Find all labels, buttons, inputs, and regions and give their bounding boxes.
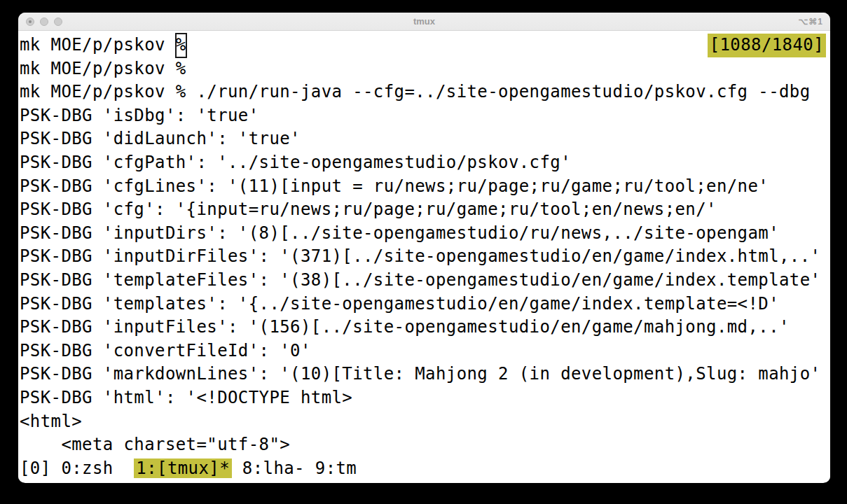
terminal-line: <meta charset="utf-8"> <box>20 433 830 457</box>
terminal-line: PSK-DBG 'templates': '{../site-opengames… <box>20 293 830 316</box>
window-titlebar[interactable]: tmux ⌥⌘1 <box>18 13 830 31</box>
terminal-line: PSK-DBG 'inputDirFiles': '(371)[../site-… <box>20 245 830 269</box>
close-dot-icon <box>29 20 32 23</box>
terminal-line: mk MOE/p/pskov % ./run/run-java --cfg=..… <box>20 80 830 104</box>
terminal-line: PSK-DBG 'convertFileId': '0' <box>20 340 830 363</box>
status-session-and-windows-left: [0] 0:zsh <box>20 458 134 478</box>
terminal-line: PSK-DBG 'markdownLines': '(10)[Title: Ma… <box>20 363 830 386</box>
minimize-button[interactable] <box>40 18 48 26</box>
terminal-line: PSK-DBG 'inputDirs': '(8)[../site-openga… <box>20 222 830 246</box>
copy-mode-position-indicator: [1088/1840] <box>708 34 826 57</box>
terminal-line: <html> <box>20 410 830 434</box>
window-title: tmux <box>18 16 830 27</box>
status-windows-right: 8:lha- 9:tm <box>232 458 357 478</box>
terminal-line: PSK-DBG 'cfg': '{input=ru/news;ru/page;r… <box>20 198 830 222</box>
terminal-line: PSK-DBG 'cfgLines': '(11)[input = ru/new… <box>20 175 830 199</box>
close-button[interactable] <box>26 18 34 26</box>
tmux-status-bar: [0] 0:zsh 1:[tmux]* 8:lha- 9:tm <box>20 457 830 481</box>
terminal-window: tmux ⌥⌘1 [1088/1840] mk MOE/p/pskov % mk… <box>18 13 830 483</box>
zoom-button[interactable] <box>54 18 62 26</box>
terminal-line: PSK-DBG 'templateFiles': '(38)[../site-o… <box>20 269 830 293</box>
terminal-cursor: % <box>176 34 186 57</box>
terminal-screen[interactable]: [1088/1840] mk MOE/p/pskov % mk MOE/p/ps… <box>18 31 830 482</box>
status-current-window[interactable]: 1:[tmux]* <box>134 458 232 478</box>
prompt-text: mk MOE/p/pskov <box>20 35 176 55</box>
terminal-line: PSK-DBG 'inputFiles': '(156)[../site-ope… <box>20 316 830 340</box>
terminal-output: mk MOE/p/pskov %mk MOE/p/pskov % ./run/r… <box>20 57 830 457</box>
terminal-line: PSK-DBG 'isDbg': 'true' <box>20 104 830 128</box>
window-shortcut-hint: ⌥⌘1 <box>798 13 823 30</box>
terminal-line: PSK-DBG 'cfgPath': '../site-opengamestud… <box>20 151 830 175</box>
traffic-lights <box>26 13 62 30</box>
terminal-line: mk MOE/p/pskov % <box>20 57 830 81</box>
terminal-line: PSK-DBG 'html': '<!DOCTYPE html> <box>20 386 830 410</box>
terminal-line: PSK-DBG 'didLaunch': 'true' <box>20 127 830 151</box>
